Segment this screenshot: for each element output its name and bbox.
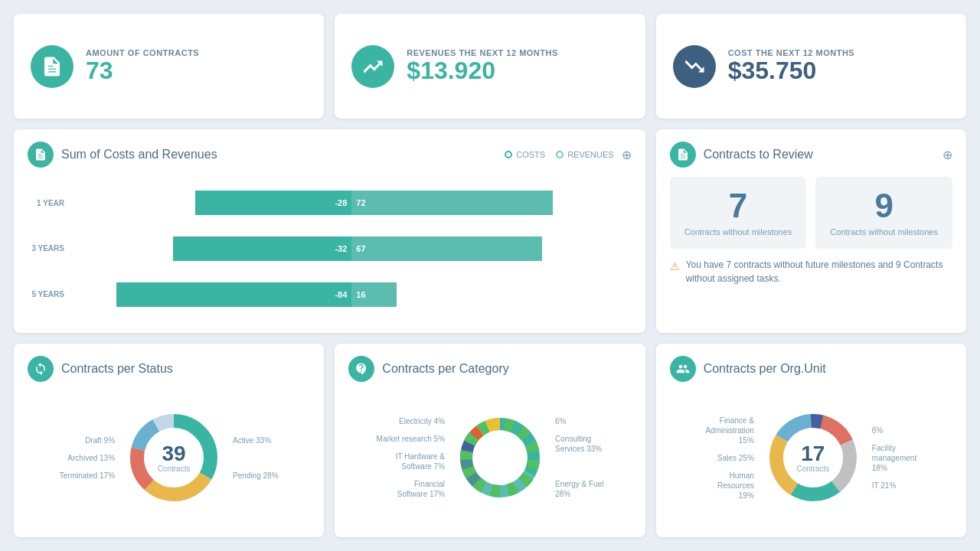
review-panel-header: Contracts to Review ⊕ xyxy=(670,142,952,168)
legend-revenues: REVENUES xyxy=(556,150,614,159)
review-box-2: 9 Contracts without milestones xyxy=(815,177,952,249)
sum-panel-icon xyxy=(28,142,54,168)
cat-label-consulting: ConsultingServices 33% xyxy=(555,434,603,454)
review-panel-title: Contracts to Review xyxy=(704,148,935,161)
status-panel-header: Contracts per Status xyxy=(28,356,310,382)
category-donut-section: Electricity 4% Market research 5% IT Har… xyxy=(348,391,631,525)
costs-dot xyxy=(505,151,512,158)
bar-neg-val-5years: -84 xyxy=(335,290,347,299)
bar-label-1year: 1 YEAR xyxy=(28,199,64,207)
orgunit-panel-header: Contracts per Org.Unit xyxy=(670,356,952,382)
orgunit-panel-title: Contracts per Org.Unit xyxy=(704,362,952,376)
bar-pos-1year: 72 xyxy=(351,191,553,215)
contracts-orgunit-panel: Contracts per Org.Unit Finance &Administ… xyxy=(656,344,966,537)
category-donut-center xyxy=(454,412,546,504)
status-total-label: Contracts xyxy=(158,465,191,473)
sum-panel-legend: COSTS REVENUES xyxy=(505,150,613,159)
review-box1-num: 7 xyxy=(678,189,799,223)
bar-neg-val-1year: -28 xyxy=(335,198,347,207)
sum-panel-title: Sum of Costs and Revenues xyxy=(61,148,497,161)
orgunit-left-labels: Finance &Administration15% Sales 25% Hum… xyxy=(705,416,753,500)
bar-pos-val-1year: 72 xyxy=(356,198,365,207)
bar-neg-1year: -28 xyxy=(195,191,352,215)
bar-neg-val-3years: -32 xyxy=(335,244,347,253)
review-alert: ⚠ You have 7 contracts without future mi… xyxy=(670,258,952,285)
org-label-sales: Sales 25% xyxy=(705,453,753,463)
kpi-cost: COST THE NEXT 12 MONTHS $35.750 xyxy=(656,14,966,119)
bar-label-3years: 3 YEARS xyxy=(28,244,64,253)
review-box2-num: 9 xyxy=(823,189,945,223)
orgunit-panel-icon xyxy=(670,356,696,382)
org-label-hr: HumanResources19% xyxy=(705,471,753,500)
status-label-archived: Archived 13% xyxy=(60,453,115,463)
category-right-labels: 6% ConsultingServices 33% Energy & Fuel2… xyxy=(555,416,603,499)
bar-label-5years: 5 YEARS xyxy=(28,290,64,298)
bar-row-1year: 1 YEAR -28 72 xyxy=(28,186,632,220)
kpi-revenues-text: REVENUES THE NEXT 12 MONTHS $13.920 xyxy=(407,48,557,84)
category-panel-title: Contracts per Category xyxy=(382,362,631,376)
revenues-dot xyxy=(556,151,564,158)
bar-neg-3years: -32 xyxy=(173,236,352,261)
kpi-amount-text: AMOUNT OF CONTRACTS 73 xyxy=(86,48,199,84)
orgunit-donut-inner: 17 Contracts xyxy=(796,443,829,473)
status-label-active: Active 33% xyxy=(233,435,279,445)
orgunit-right-labels: 6% Facilitymanagement18% IT 21% xyxy=(872,425,916,491)
sum-target-icon[interactable]: ⊕ xyxy=(622,148,632,162)
status-donut-center: 39 Contracts xyxy=(124,408,224,507)
bar-pos-3years: 67 xyxy=(351,236,541,261)
cat-label-other-pct: 6% xyxy=(555,416,603,426)
bar-pos-val-3years: 67 xyxy=(356,244,365,253)
status-panel-title: Contracts per Status xyxy=(61,362,310,376)
sum-costs-revenues-panel: Sum of Costs and Revenues COSTS REVENUES… xyxy=(14,129,645,332)
cat-label-energy: Energy & Fuel28% xyxy=(555,479,603,499)
kpi-cost-text: COST THE NEXT 12 MONTHS $35.750 xyxy=(728,48,855,84)
cat-label-market: Market research 5% xyxy=(377,434,445,444)
dashboard: AMOUNT OF CONTRACTS 73 REVENUES THE NEXT… xyxy=(14,14,966,537)
review-boxes: 7 Contracts without milestones 9 Contrac… xyxy=(670,177,952,249)
bar-neg-5years: -84 xyxy=(116,282,351,307)
cost-icon xyxy=(673,45,716,88)
status-right-labels: Active 33% Pending 28% xyxy=(233,435,279,481)
legend-costs-label: COSTS xyxy=(516,150,545,159)
contracts-review-panel: Contracts to Review ⊕ 7 Contracts withou… xyxy=(656,129,966,332)
bar-track-5years: -84 16 xyxy=(72,278,632,311)
sum-panel-header: Sum of Costs and Revenues COSTS REVENUES… xyxy=(28,142,632,168)
contracts-icon xyxy=(31,45,74,88)
category-donut-svg xyxy=(454,412,546,504)
contracts-category-panel: Contracts per Category Electricity 4% Ma… xyxy=(335,344,645,537)
status-donut-section: Draft 9% Archived 13% Terminated 17% xyxy=(28,391,310,525)
alert-icon: ⚠ xyxy=(670,259,680,275)
review-box1-label: Contracts without milestones xyxy=(678,227,799,236)
org-label-finance: Finance &Administration15% xyxy=(705,416,753,445)
bar-pos-5years: 16 xyxy=(351,282,396,307)
kpi-revenues: REVENUES THE NEXT 12 MONTHS $13.920 xyxy=(335,14,645,119)
bar-row-5years: 5 YEARS -84 16 xyxy=(28,278,632,311)
category-panel-icon xyxy=(348,356,374,382)
legend-costs: COSTS xyxy=(505,150,545,159)
status-donut-inner: 39 Contracts xyxy=(158,443,191,473)
category-panel-header: Contracts per Category xyxy=(348,356,631,382)
category-left-labels: Electricity 4% Market research 5% IT Har… xyxy=(377,416,445,499)
orgunit-total-label: Contracts xyxy=(796,465,829,473)
review-panel-icon xyxy=(670,142,696,168)
alert-text: You have 7 contracts without future mile… xyxy=(686,258,952,285)
cat-label-it: IT Hardware &Software 7% xyxy=(377,452,445,471)
review-box2-label: Contracts without milestones xyxy=(823,227,945,236)
org-label-other-pct: 6% xyxy=(872,425,916,435)
review-target-icon[interactable]: ⊕ xyxy=(942,148,952,162)
contracts-status-panel: Contracts per Status Draft 9% Archived 1… xyxy=(14,344,324,537)
status-panel-icon xyxy=(28,356,54,382)
status-label-pending: Pending 28% xyxy=(233,471,279,481)
review-box-1: 7 Contracts without milestones xyxy=(670,177,807,249)
cat-label-electricity: Electricity 4% xyxy=(377,416,445,426)
bar-pos-val-5years: 16 xyxy=(356,290,365,299)
bar-chart: 1 YEAR -28 72 3 YEARS -32 xyxy=(28,177,632,320)
kpi-amount-value: 73 xyxy=(86,57,199,84)
org-label-facility: Facilitymanagement18% xyxy=(872,443,916,473)
kpi-cost-value: $35.750 xyxy=(728,57,855,84)
revenues-icon xyxy=(351,45,394,88)
orgunit-total-num: 17 xyxy=(796,443,829,465)
status-left-labels: Draft 9% Archived 13% Terminated 17% xyxy=(60,435,115,481)
status-label-terminated: Terminated 17% xyxy=(60,471,115,481)
kpi-revenues-value: $13.920 xyxy=(407,57,557,84)
